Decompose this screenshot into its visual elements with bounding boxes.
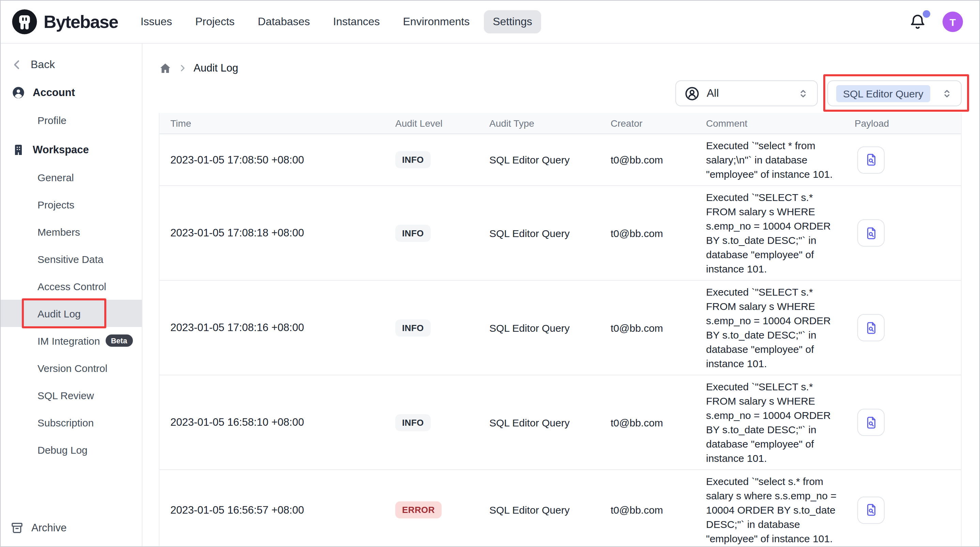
payload-cell [844, 146, 961, 173]
view-payload-button[interactable] [858, 146, 885, 173]
file-search-icon [864, 153, 878, 167]
sidebar-item-label: SQL Review [38, 389, 94, 401]
sidebar-item-label: Access Control [38, 280, 106, 292]
chevrons-up-down-icon [941, 87, 953, 99]
back-button[interactable]: Back [1, 53, 142, 76]
nav-item-projects[interactable]: Projects [186, 10, 243, 33]
audit-level-badge: INFO [395, 319, 431, 336]
audit-level-badge: ERROR [395, 501, 442, 518]
nav-item-issues[interactable]: Issues [132, 10, 181, 33]
audit-type-cell: SQL Editor Query [479, 227, 600, 239]
sidebar-item-label: General [38, 171, 74, 183]
table-header-row: TimeAudit LevelAudit TypeCreatorCommentP… [159, 113, 961, 134]
chevron-right-icon [178, 64, 188, 73]
sidebar-item-version-control[interactable]: Version Control [1, 354, 142, 382]
sidebar-item-projects[interactable]: Projects [1, 191, 142, 218]
sidebar-item-general[interactable]: General [1, 164, 142, 191]
body-row: Back AccountProfileWorkspaceGeneralProje… [1, 44, 979, 546]
creator-filter-value: All [707, 87, 719, 99]
audit-level-cell: INFO [384, 414, 479, 431]
column-header-time: Time [159, 118, 384, 129]
comment-cell: Executed `"SELECT s.* FROM salary s WHER… [695, 379, 844, 465]
top-navbar: Bytebase IssuesProjectsDatabasesInstance… [1, 1, 979, 44]
payload-cell [844, 314, 961, 341]
breadcrumb: Audit Log [159, 61, 962, 75]
audit-level-cell: INFO [384, 224, 479, 242]
sidebar-item-label: Subscription [38, 417, 94, 428]
sidebar-item-label: Profile [38, 114, 67, 126]
sidebar-item-subscription[interactable]: Subscription [1, 409, 142, 436]
audit-type-filter-select[interactable]: SQL Editor Query [827, 80, 962, 106]
chevrons-up-down-icon [797, 87, 809, 99]
sidebar-item-members[interactable]: Members [1, 218, 142, 245]
creator-filter-select[interactable]: All [675, 80, 818, 106]
file-search-icon [864, 226, 878, 240]
sidebar-item-debug-log[interactable]: Debug Log [1, 436, 142, 463]
main-nav: IssuesProjectsDatabasesInstancesEnvironm… [132, 10, 541, 33]
view-payload-button[interactable] [858, 409, 885, 436]
table-row: 2023-01-05 17:08:16 +08:00INFOSQL Editor… [159, 281, 961, 375]
sidebar: Back AccountProfileWorkspaceGeneralProje… [1, 44, 142, 546]
view-payload-button[interactable] [858, 314, 885, 341]
sidebar-item-sql-review[interactable]: SQL Review [1, 382, 142, 409]
sidebar-item-sensitive-data[interactable]: Sensitive Data [1, 245, 142, 272]
creator-cell: t0@bb.com [600, 322, 695, 334]
sidebar-item-im-integration[interactable]: IM IntegrationBeta [1, 327, 142, 354]
brand-name: Bytebase [44, 11, 118, 32]
sidebar-item-access-control[interactable]: Access Control [1, 272, 142, 300]
main-content: Audit Log All [142, 44, 979, 546]
sidebar-section-title: Account [33, 86, 75, 99]
audit-level-cell: INFO [384, 319, 479, 336]
column-header-creator: Creator [600, 118, 695, 129]
payload-cell [844, 496, 961, 523]
column-header-audit-level: Audit Level [384, 118, 479, 129]
building-icon [11, 143, 25, 157]
notifications-button[interactable] [909, 13, 926, 30]
avatar[interactable]: T [942, 11, 963, 32]
audit-level-cell: INFO [384, 151, 479, 168]
time-cell: 2023-01-05 16:56:57 +08:00 [159, 504, 384, 516]
file-search-icon [864, 321, 878, 335]
sidebar-item-label: Version Control [38, 362, 107, 374]
breadcrumb-home-button[interactable] [159, 62, 172, 75]
audit-level-cell: ERROR [384, 501, 479, 518]
sidebar-item-label: IM Integration [38, 335, 100, 347]
navbar-right: T [909, 11, 969, 32]
sidebar-item-label: Sensitive Data [38, 253, 103, 265]
audit-level-badge: INFO [395, 414, 431, 431]
payload-cell [844, 409, 961, 436]
beta-badge: Beta [105, 334, 132, 347]
nav-item-databases[interactable]: Databases [249, 10, 319, 33]
audit-type-cell: SQL Editor Query [479, 504, 600, 516]
time-cell: 2023-01-05 17:08:16 +08:00 [159, 321, 384, 334]
sidebar-item-label: Members [38, 226, 80, 237]
file-search-icon [864, 415, 878, 429]
view-payload-button[interactable] [858, 496, 885, 523]
nav-item-environments[interactable]: Environments [394, 10, 479, 33]
sidebar-item-label: Debug Log [38, 444, 88, 455]
audit-type-cell: SQL Editor Query [479, 417, 600, 428]
time-cell: 2023-01-05 16:58:10 +08:00 [159, 416, 384, 428]
sidebar-section-account: Account [1, 79, 142, 106]
filter-bar: All SQL Editor Query [159, 80, 962, 106]
sidebar-item-archive[interactable]: Archive [1, 518, 76, 538]
comment-cell: Executed `"SELECT s.* FROM salary s WHER… [695, 285, 844, 370]
sidebar-section-workspace: Workspace [1, 136, 142, 164]
sidebar-item-audit-log[interactable]: Audit Log [1, 300, 142, 327]
table-row: 2023-01-05 17:08:50 +08:00INFOSQL Editor… [159, 134, 961, 186]
nav-item-instances[interactable]: Instances [325, 10, 389, 33]
creator-cell: t0@bb.com [600, 504, 695, 516]
audit-type-filter-value: SQL Editor Query [836, 85, 930, 102]
comment-cell: Executed `"select s.* from salary s wher… [695, 474, 844, 545]
brand[interactable]: Bytebase [11, 9, 118, 35]
nav-item-settings[interactable]: Settings [484, 10, 541, 33]
audit-log-table: TimeAudit LevelAudit TypeCreatorCommentP… [159, 113, 962, 547]
back-label: Back [31, 59, 55, 71]
view-payload-button[interactable] [858, 219, 885, 246]
sidebar-item-label: Audit Log [38, 308, 81, 319]
creator-cell: t0@bb.com [600, 417, 695, 428]
bytebase-app: Bytebase IssuesProjectsDatabasesInstance… [0, 0, 980, 547]
sidebar-item-profile[interactable]: Profile [1, 106, 142, 134]
audit-level-badge: INFO [395, 224, 431, 242]
column-header-comment: Comment [695, 118, 844, 129]
